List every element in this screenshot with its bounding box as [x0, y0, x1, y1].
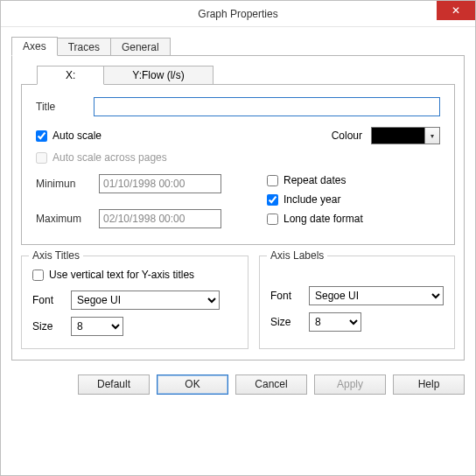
repeat-dates-check-input[interactable]	[267, 175, 278, 186]
titlebar: Graph Properties ✕	[1, 1, 475, 27]
axis-tabstrip: X: Y:Flow (l/s)	[37, 65, 455, 84]
labels-font-select[interactable]: Segoe UI	[309, 286, 444, 305]
include-year-label: Include year	[284, 193, 340, 206]
tab-x-axis[interactable]: X:	[37, 66, 104, 85]
dialog-content: Axes Traces General X: Y:Flow (l/s) Titl…	[1, 27, 475, 368]
main-tabstrip: Axes Traces General	[11, 36, 465, 55]
autoscale-check-input[interactable]	[36, 130, 47, 142]
help-button[interactable]: Help	[393, 374, 465, 395]
graph-properties-dialog: Graph Properties ✕ Axes Traces General X…	[0, 0, 476, 476]
vertical-text-check-input[interactable]	[32, 270, 44, 281]
titles-font-select[interactable]: Segoe UI	[71, 290, 220, 310]
repeat-dates-checkbox[interactable]: Repeat dates	[267, 174, 363, 186]
axis-labels-group: Axis Labels Font Segoe UI Size 8	[259, 256, 455, 349]
cancel-button[interactable]: Cancel	[235, 374, 307, 395]
x-axis-panel: Title Auto scale Colour	[21, 84, 455, 245]
tab-general[interactable]: General	[110, 38, 171, 56]
minimum-label: Minimun	[36, 178, 99, 190]
close-icon: ✕	[452, 5, 460, 16]
axis-title-input[interactable]	[94, 97, 440, 116]
default-button[interactable]: Default	[78, 374, 150, 395]
axis-titles-group: Axis Titles Use vertical text for Y-axis…	[21, 256, 248, 349]
autoscale-pages-label: Auto scale across pages	[52, 151, 167, 164]
labels-font-label: Font	[270, 290, 300, 302]
axis-labels-legend: Axis Labels	[267, 249, 327, 262]
long-date-checkbox[interactable]: Long date format	[267, 213, 363, 225]
axis-titles-legend: Axis Titles	[29, 249, 83, 262]
include-year-check-input[interactable]	[267, 194, 278, 206]
close-button[interactable]: ✕	[437, 1, 475, 20]
colour-swatch	[371, 127, 425, 144]
autoscale-label: Auto scale	[52, 130, 102, 142]
autoscale-checkbox[interactable]: Auto scale	[36, 130, 102, 142]
maximum-label: Maximum	[36, 213, 99, 225]
autoscale-pages-checkbox: Auto scale across pages	[36, 151, 167, 164]
autoscale-pages-check-input	[36, 152, 47, 164]
titles-font-label: Font	[32, 294, 62, 306]
title-label: Title	[36, 101, 94, 113]
minimum-input	[99, 174, 221, 193]
vertical-text-checkbox[interactable]: Use vertical text for Y-axis titles	[32, 269, 194, 281]
colour-label: Colour	[332, 130, 362, 142]
labels-size-select[interactable]: 8	[309, 312, 361, 332]
colour-picker[interactable]	[371, 127, 440, 144]
dialog-buttons: Default OK Cancel Apply Help	[1, 368, 475, 405]
include-year-checkbox[interactable]: Include year	[267, 193, 363, 206]
tab-y-axis[interactable]: Y:Flow (l/s)	[103, 66, 213, 85]
axes-panel: X: Y:Flow (l/s) Title Auto scale Colour	[11, 55, 465, 360]
vertical-text-label: Use vertical text for Y-axis titles	[49, 269, 194, 281]
titles-size-select[interactable]: 8	[71, 317, 123, 336]
ok-button[interactable]: OK	[157, 374, 228, 395]
tab-traces[interactable]: Traces	[57, 38, 111, 56]
labels-size-label: Size	[270, 316, 300, 328]
maximum-input	[99, 209, 221, 228]
window-title: Graph Properties	[198, 8, 277, 20]
titles-size-label: Size	[32, 320, 62, 332]
long-date-check-input[interactable]	[267, 214, 278, 225]
tab-axes[interactable]: Axes	[11, 37, 58, 56]
apply-button: Apply	[314, 374, 386, 395]
long-date-label: Long date format	[284, 213, 363, 225]
colour-dropdown-button[interactable]	[425, 127, 440, 144]
repeat-dates-label: Repeat dates	[284, 174, 346, 186]
